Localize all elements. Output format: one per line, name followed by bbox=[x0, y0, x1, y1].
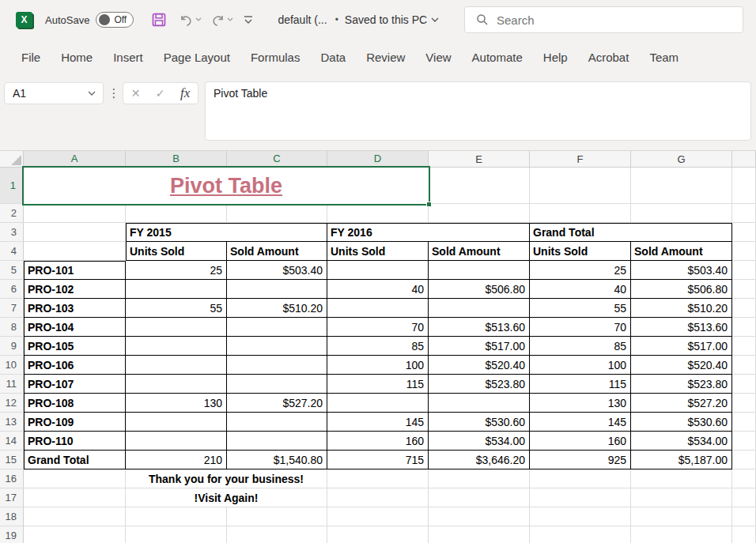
cell-A7[interactable]: PRO-103 bbox=[24, 299, 126, 318]
cell-E2[interactable] bbox=[429, 204, 530, 223]
row-header-8[interactable]: 8 bbox=[0, 318, 24, 337]
cell-B18[interactable] bbox=[126, 507, 227, 526]
cell-C10[interactable] bbox=[227, 356, 327, 375]
cell-E16[interactable] bbox=[429, 469, 530, 488]
redo-button[interactable] bbox=[211, 13, 233, 27]
select-all-corner[interactable] bbox=[0, 151, 24, 168]
ribbon-tab-home[interactable]: Home bbox=[61, 51, 93, 64]
cell-C13[interactable] bbox=[227, 413, 327, 432]
cell-C9[interactable] bbox=[227, 337, 327, 356]
fill-handle[interactable] bbox=[426, 202, 432, 207]
cell-F14[interactable]: 160 bbox=[530, 432, 631, 451]
cell-B14[interactable] bbox=[126, 432, 227, 451]
cell-G19[interactable] bbox=[631, 526, 732, 543]
cell-B10[interactable] bbox=[126, 356, 227, 375]
cell-D18[interactable] bbox=[327, 507, 429, 526]
insert-function-icon[interactable]: fx bbox=[180, 85, 190, 101]
cell-G6[interactable]: $506.80 bbox=[631, 280, 732, 299]
cell-H6[interactable] bbox=[732, 280, 756, 299]
row-header-14[interactable]: 14 bbox=[0, 432, 24, 451]
cell-C7[interactable]: $510.20 bbox=[227, 299, 327, 318]
cell-A3[interactable] bbox=[24, 223, 126, 242]
cell-C19[interactable] bbox=[227, 526, 327, 543]
cell-B16-merged[interactable]: Thank you for your business! bbox=[126, 469, 327, 488]
row-header-17[interactable]: 17 bbox=[0, 488, 24, 507]
cell-B19[interactable] bbox=[126, 526, 227, 543]
cell-D17[interactable] bbox=[327, 488, 429, 507]
ribbon-tab-formulas[interactable]: Formulas bbox=[251, 51, 301, 64]
cell-E18[interactable] bbox=[429, 507, 530, 526]
cell-G13[interactable]: $530.60 bbox=[631, 413, 732, 432]
cell-D19[interactable] bbox=[327, 526, 429, 543]
row-header-11[interactable]: 11 bbox=[0, 375, 24, 394]
cell-C18[interactable] bbox=[227, 507, 327, 526]
enter-icon[interactable]: ✓ bbox=[156, 87, 165, 100]
cell-F11[interactable]: 115 bbox=[530, 375, 631, 394]
cell-A15[interactable]: Grand Total bbox=[24, 451, 126, 469]
cell-F6[interactable]: 40 bbox=[530, 280, 631, 299]
cell-C12[interactable]: $527.20 bbox=[227, 394, 327, 413]
cell-E1[interactable] bbox=[429, 168, 530, 204]
cell-H18[interactable] bbox=[732, 507, 756, 526]
cell-G9[interactable]: $517.00 bbox=[631, 337, 732, 356]
formula-bar-input[interactable]: Pivot Table bbox=[205, 81, 751, 141]
row-header-19[interactable]: 19 bbox=[0, 526, 24, 543]
cell-G5[interactable]: $503.40 bbox=[631, 261, 732, 280]
cell-F8[interactable]: 70 bbox=[530, 318, 631, 337]
cell-E9[interactable]: $517.00 bbox=[429, 337, 530, 356]
cell-E8[interactable]: $513.60 bbox=[429, 318, 530, 337]
cell-E6[interactable]: $506.80 bbox=[429, 280, 530, 299]
row-header-2[interactable]: 2 bbox=[0, 204, 24, 223]
cell-F19[interactable] bbox=[530, 526, 631, 543]
cell-F16[interactable] bbox=[530, 469, 631, 488]
cell-F18[interactable] bbox=[530, 507, 631, 526]
column-header-B[interactable]: B bbox=[126, 151, 227, 168]
cell-A18[interactable] bbox=[24, 507, 126, 526]
cell-A13[interactable]: PRO-109 bbox=[24, 413, 126, 432]
formula-bar-menu-dots-icon[interactable]: ⋮ bbox=[108, 82, 119, 104]
cell-F4[interactable]: Units Sold bbox=[530, 242, 631, 261]
row-header-1[interactable]: 1 bbox=[0, 168, 24, 204]
cell-F9[interactable]: 85 bbox=[530, 337, 631, 356]
cell-F2[interactable] bbox=[530, 204, 631, 223]
cell-D15[interactable]: 715 bbox=[327, 451, 429, 469]
cell-F13[interactable]: 145 bbox=[530, 413, 631, 432]
cell-H5[interactable] bbox=[732, 261, 756, 280]
column-header-E[interactable]: E bbox=[429, 151, 530, 168]
cell-D8[interactable]: 70 bbox=[327, 318, 429, 337]
cell-E13[interactable]: $530.60 bbox=[429, 413, 530, 432]
cell-G4[interactable]: Sold Amount bbox=[631, 242, 732, 261]
cell-D11[interactable]: 115 bbox=[327, 375, 429, 394]
cell-B12[interactable]: 130 bbox=[126, 394, 227, 413]
row-header-18[interactable]: 18 bbox=[0, 507, 24, 526]
save-button[interactable] bbox=[151, 12, 167, 28]
cell-C11[interactable] bbox=[227, 375, 327, 394]
ribbon-tab-acrobat[interactable]: Acrobat bbox=[588, 51, 629, 64]
autosave-toggle[interactable]: Off bbox=[96, 12, 134, 28]
cell-G18[interactable] bbox=[631, 507, 732, 526]
cell-F7[interactable]: 55 bbox=[530, 299, 631, 318]
cell-F1[interactable] bbox=[530, 168, 631, 204]
cell-C6[interactable] bbox=[227, 280, 327, 299]
group-header-fy-2016[interactable]: FY 2016 bbox=[327, 223, 530, 242]
cell-H14[interactable] bbox=[732, 432, 756, 451]
cell-E14[interactable]: $534.00 bbox=[429, 432, 530, 451]
column-header-D[interactable]: D bbox=[327, 151, 429, 168]
cell-D10[interactable]: 100 bbox=[327, 356, 429, 375]
cell-H8[interactable] bbox=[732, 318, 756, 337]
cell-A12[interactable]: PRO-108 bbox=[24, 394, 126, 413]
column-header-C[interactable]: C bbox=[227, 151, 327, 168]
cell-G17[interactable] bbox=[631, 488, 732, 507]
cell-H13[interactable] bbox=[732, 413, 756, 432]
cell-E11[interactable]: $523.80 bbox=[429, 375, 530, 394]
cell-B17-merged[interactable]: !Visit Again! bbox=[126, 488, 327, 507]
cell-B4[interactable]: Units Sold bbox=[126, 242, 227, 261]
cell-A6[interactable]: PRO-102 bbox=[24, 280, 126, 299]
cell-A2[interactable] bbox=[24, 204, 126, 223]
ribbon-tab-page-layout[interactable]: Page Layout bbox=[164, 51, 230, 64]
cell-B6[interactable] bbox=[126, 280, 227, 299]
cell-B15[interactable]: 210 bbox=[126, 451, 227, 469]
cell-D12[interactable] bbox=[327, 394, 429, 413]
cell-H7[interactable] bbox=[732, 299, 756, 318]
cell-A8[interactable]: PRO-104 bbox=[24, 318, 126, 337]
